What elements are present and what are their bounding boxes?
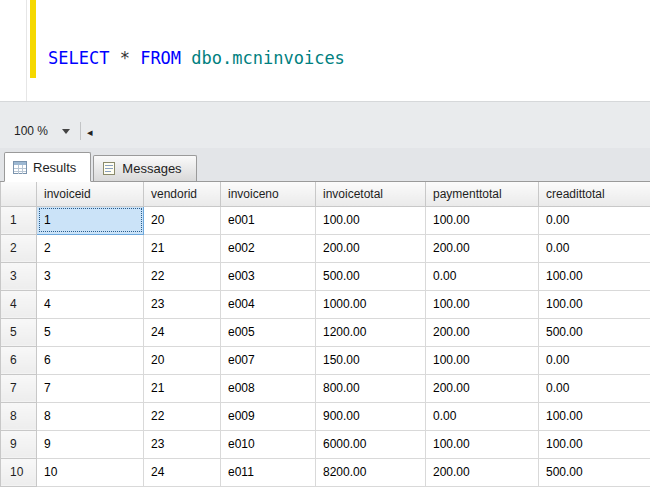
- grid-cell[interactable]: 200.00: [426, 318, 539, 346]
- grid-cell[interactable]: e005: [221, 318, 316, 346]
- grid-cell[interactable]: e007: [221, 346, 316, 374]
- table-row: 2221e002200.00200.000.00: [1, 234, 650, 262]
- grid-cell[interactable]: 100.00: [539, 262, 650, 290]
- editor-status-row: 100 % ◂: [0, 102, 650, 148]
- grid-cell[interactable]: e002: [221, 234, 316, 262]
- grid-cell[interactable]: 20: [144, 206, 221, 234]
- grid-cell[interactable]: e009: [221, 402, 316, 430]
- grid-cell[interactable]: 0.00: [539, 206, 650, 234]
- row-number[interactable]: 10: [1, 458, 37, 486]
- grid-cell[interactable]: 20: [144, 346, 221, 374]
- grid-cell[interactable]: 200.00: [426, 234, 539, 262]
- row-number[interactable]: 7: [1, 374, 37, 402]
- results-table: invoiceid vendorid invoiceno invoicetota…: [0, 182, 650, 487]
- tab-messages-label: Messages: [122, 161, 181, 176]
- column-header-vendorid[interactable]: vendorid: [144, 182, 221, 206]
- splitter-left-arrow-icon[interactable]: ◂: [87, 126, 93, 142]
- grid-cell[interactable]: 24: [144, 318, 221, 346]
- column-header-creadittotal[interactable]: creadittotal: [539, 182, 650, 206]
- grid-cell[interactable]: 0.00: [539, 346, 650, 374]
- grid-cell[interactable]: e010: [221, 430, 316, 458]
- grid-cell[interactable]: 200.00: [316, 234, 426, 262]
- grid-cell[interactable]: 100.00: [426, 206, 539, 234]
- grid-cell[interactable]: 23: [144, 290, 221, 318]
- grid-cell[interactable]: e011: [221, 458, 316, 486]
- results-tab-strip: Results Messages: [0, 148, 650, 182]
- sql-keyword-select: SELECT: [48, 48, 109, 68]
- table-row: 8822e009900.000.00100.00: [1, 402, 650, 430]
- column-header-paymenttotal[interactable]: paymenttotal: [426, 182, 539, 206]
- grid-cell[interactable]: 6000.00: [316, 430, 426, 458]
- table-row: 6620e007150.00100.000.00: [1, 346, 650, 374]
- grid-cell[interactable]: 10: [37, 458, 144, 486]
- row-number[interactable]: 6: [1, 346, 37, 374]
- row-number[interactable]: 2: [1, 234, 37, 262]
- grid-cell[interactable]: 150.00: [316, 346, 426, 374]
- row-number[interactable]: 5: [1, 318, 37, 346]
- grid-cell[interactable]: e008: [221, 374, 316, 402]
- column-header-invoicetotal[interactable]: invoicetotal: [316, 182, 426, 206]
- table-row: 1120e001100.00100.000.00: [1, 206, 650, 234]
- grid-cell[interactable]: 21: [144, 374, 221, 402]
- grid-cell[interactable]: 900.00: [316, 402, 426, 430]
- grid-cell[interactable]: 0.00: [426, 262, 539, 290]
- grid-cell[interactable]: 500.00: [539, 318, 650, 346]
- grid-cell[interactable]: 1200.00: [316, 318, 426, 346]
- grid-cell[interactable]: 0.00: [426, 402, 539, 430]
- row-number[interactable]: 3: [1, 262, 37, 290]
- grid-cell[interactable]: 3: [37, 262, 144, 290]
- grid-cell[interactable]: 100.00: [539, 430, 650, 458]
- grid-cell[interactable]: 800.00: [316, 374, 426, 402]
- grid-cell[interactable]: 23: [144, 430, 221, 458]
- grid-cell[interactable]: 0.00: [539, 374, 650, 402]
- grid-cell[interactable]: 22: [144, 262, 221, 290]
- grid-cell[interactable]: 500.00: [539, 458, 650, 486]
- table-row: 3322e003500.000.00100.00: [1, 262, 650, 290]
- grid-cell[interactable]: 4: [37, 290, 144, 318]
- sql-star-operator: *: [109, 48, 140, 68]
- grid-cell[interactable]: 100.00: [426, 346, 539, 374]
- grid-cell[interactable]: 21: [144, 234, 221, 262]
- grid-cell[interactable]: 5: [37, 318, 144, 346]
- row-number[interactable]: 4: [1, 290, 37, 318]
- table-row: 7721e008800.00200.000.00: [1, 374, 650, 402]
- grid-cell[interactable]: 100.00: [316, 206, 426, 234]
- column-header-invoiceno[interactable]: invoiceno: [221, 182, 316, 206]
- grid-cell[interactable]: 8: [37, 402, 144, 430]
- grid-cell[interactable]: 24: [144, 458, 221, 486]
- grid-cell[interactable]: 7: [37, 374, 144, 402]
- results-grid-icon: [13, 161, 27, 174]
- sql-editor[interactable]: SELECT * FROM dbo.mcninvoices: [0, 0, 650, 102]
- grid-cell[interactable]: 2: [37, 234, 144, 262]
- row-number[interactable]: 1: [1, 206, 37, 234]
- grid-cell[interactable]: e003: [221, 262, 316, 290]
- tab-messages[interactable]: Messages: [93, 155, 196, 181]
- row-number[interactable]: 8: [1, 402, 37, 430]
- zoom-value: 100 %: [14, 124, 48, 138]
- corner-header[interactable]: [1, 182, 37, 206]
- grid-cell[interactable]: 200.00: [426, 458, 539, 486]
- grid-cell[interactable]: e004: [221, 290, 316, 318]
- table-row: 101024e0118200.00200.00500.00: [1, 458, 650, 486]
- table-row: 5524e0051200.00200.00500.00: [1, 318, 650, 346]
- grid-cell[interactable]: 100.00: [426, 430, 539, 458]
- grid-cell[interactable]: 500.00: [316, 262, 426, 290]
- grid-cell[interactable]: 22: [144, 402, 221, 430]
- row-number[interactable]: 9: [1, 430, 37, 458]
- grid-cell[interactable]: 1000.00: [316, 290, 426, 318]
- column-header-invoiceid[interactable]: invoiceid: [37, 182, 144, 206]
- grid-cell[interactable]: 100.00: [539, 402, 650, 430]
- grid-cell[interactable]: 6: [37, 346, 144, 374]
- grid-cell[interactable]: 100.00: [539, 290, 650, 318]
- grid-cell[interactable]: 200.00: [426, 374, 539, 402]
- grid-cell[interactable]: 100.00: [426, 290, 539, 318]
- tab-results[interactable]: Results: [4, 152, 91, 182]
- zoom-selector[interactable]: 100 %: [8, 120, 76, 142]
- grid-cell[interactable]: 0.00: [539, 234, 650, 262]
- grid-cell[interactable]: 8200.00: [316, 458, 426, 486]
- grid-cell[interactable]: e001: [221, 206, 316, 234]
- results-grid-body: 1120e001100.00100.000.002221e002200.0020…: [1, 206, 650, 486]
- sql-keyword-from: FROM: [140, 48, 181, 68]
- grid-cell[interactable]: 9: [37, 430, 144, 458]
- grid-cell[interactable]: 1: [37, 206, 144, 234]
